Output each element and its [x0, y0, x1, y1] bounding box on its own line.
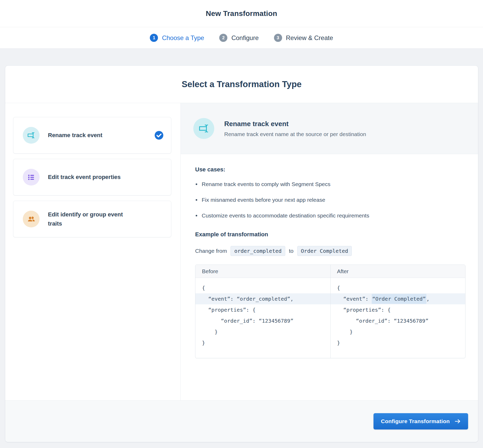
use-case-text: Customize events to accommodate destinat…	[202, 212, 369, 219]
step-review-create[interactable]: 3 Review & Create	[274, 34, 333, 42]
detail-content: Use cases: Rename track events to comply…	[181, 154, 478, 358]
change-from-code-chip: order_completed	[230, 246, 285, 256]
use-case-text: Fix misnamed events before your next app…	[202, 196, 325, 204]
code-line: }	[195, 326, 330, 337]
step-2-number-badge: 2	[219, 34, 227, 42]
configure-button-label: Configure Transformation	[381, 418, 450, 424]
step-choose-a-type[interactable]: 1 Choose a Type	[150, 34, 204, 42]
code-comma: ,	[426, 296, 430, 302]
step-2-label: Configure	[231, 34, 259, 42]
code-event-key: “event”:	[202, 296, 237, 302]
code-line: “order_id”: “123456789”	[331, 315, 465, 326]
change-from-label: Change from	[195, 248, 227, 254]
selected-check-icon	[154, 131, 164, 140]
code-line: {	[331, 282, 465, 293]
step-3-number-badge: 3	[274, 34, 282, 42]
code-event-value: “order_completed”	[237, 296, 290, 302]
use-case-item: Fix misnamed events before your next app…	[195, 196, 465, 204]
page-content: Select a Transformation Type Rename trac…	[0, 49, 483, 448]
card-body: Rename track event	[5, 103, 478, 400]
before-column-header: Before	[195, 265, 330, 278]
change-to-label: to	[289, 248, 294, 254]
code-line: “properties”: {	[331, 304, 465, 315]
code-comma: ,	[290, 296, 293, 302]
bullet-dot	[196, 215, 197, 216]
code-line: “properties”: {	[195, 304, 330, 315]
detail-titles: Rename track event Rename track event na…	[224, 120, 366, 137]
top-bar: New Transformation	[0, 0, 483, 27]
option-label: Rename track event	[48, 131, 102, 140]
before-after-compare: Before { “event”: “order_completed”, “pr…	[195, 265, 465, 358]
change-example-row: Change from order_completed to Order Com…	[195, 246, 465, 256]
use-cases-heading: Use cases:	[195, 166, 465, 173]
option-label: Edit track event properties	[48, 172, 121, 182]
card-title: Select a Transformation Type	[182, 79, 302, 89]
arrow-right-icon	[454, 419, 461, 424]
detail-title: Rename track event	[224, 120, 366, 128]
option-rename-track-event[interactable]: Rename track event	[13, 117, 171, 154]
bullet-dot	[196, 183, 197, 185]
change-to-code-chip: Order Completed	[297, 246, 352, 256]
code-line: }	[331, 337, 465, 348]
rename-icon	[23, 127, 40, 144]
after-code-block: { “event”: “Order Completed”, “propertie…	[331, 278, 465, 358]
step-1-label: Choose a Type	[162, 34, 204, 42]
code-event-key: “event”:	[337, 296, 372, 302]
use-case-item: Customize events to accommodate destinat…	[195, 212, 465, 219]
step-1-number-badge: 1	[150, 34, 158, 42]
code-line: “order_id”: “123456789”	[195, 315, 330, 326]
before-column: Before { “event”: “order_completed”, “pr…	[195, 265, 330, 358]
type-detail-panel: Rename track event Rename track event na…	[181, 103, 478, 400]
option-edit-track-event-properties[interactable]: Edit track event properties	[13, 159, 171, 195]
bullet-dot	[196, 199, 197, 201]
type-option-list: Rename track event	[5, 103, 181, 400]
option-label: Edit identify or group event traits	[48, 210, 138, 228]
transformation-type-card: Select a Transformation Type Rename trac…	[5, 66, 478, 442]
rename-icon	[193, 118, 214, 139]
list-properties-icon	[23, 169, 40, 186]
card-footer: Configure Transformation	[5, 400, 478, 442]
after-column: After { “event”: “Order Completed”, “pro…	[330, 265, 465, 358]
wizard-stepper: 1 Choose a Type 2 Configure 3 Review & C…	[0, 27, 483, 49]
page-title: New Transformation	[206, 9, 277, 18]
use-case-item: Rename track events to comply with Segme…	[195, 181, 465, 188]
code-line: }	[195, 337, 330, 348]
before-code-block: { “event”: “order_completed”, “propertie…	[195, 278, 330, 358]
step-configure[interactable]: 2 Configure	[219, 34, 259, 42]
example-heading: Example of transformation	[195, 231, 465, 238]
code-event-value-highlight: “Order Completed”	[372, 294, 426, 304]
use-cases-list: Rename track events to comply with Segme…	[195, 181, 465, 219]
use-case-text: Rename track events to comply with Segme…	[202, 181, 330, 188]
after-column-header: After	[331, 265, 465, 278]
detail-description: Rename track event name at the source or…	[224, 131, 366, 137]
option-edit-identify-group-traits[interactable]: Edit identify or group event traits	[13, 201, 171, 237]
users-icon	[23, 211, 40, 227]
configure-transformation-button[interactable]: Configure Transformation	[374, 413, 468, 429]
code-line: }	[331, 326, 465, 337]
card-header: Select a Transformation Type	[5, 66, 478, 103]
code-line-event-highlighted: “event”: “Order Completed”,	[331, 293, 465, 304]
code-line-event-highlighted: “event”: “order_completed”,	[195, 293, 330, 304]
detail-header: Rename track event Rename track event na…	[181, 103, 478, 154]
step-3-label: Review & Create	[286, 34, 333, 42]
code-line: {	[195, 282, 330, 293]
